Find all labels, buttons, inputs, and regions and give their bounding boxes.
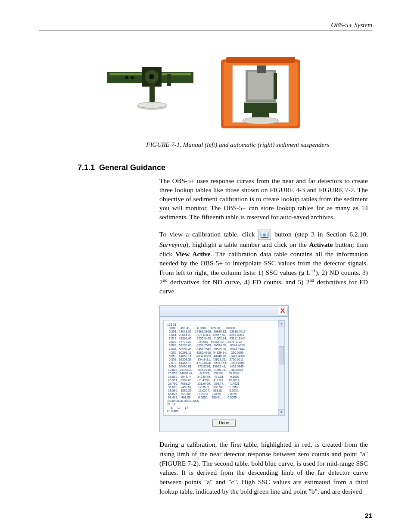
- sup-nd-a: nd: [163, 277, 168, 283]
- page-number: 21: [365, 512, 372, 519]
- svg-point-22: [243, 117, 279, 124]
- figure-caption: FIGURE 7-1. Manual (left) and automatic …: [103, 141, 372, 149]
- svg-rect-19: [257, 65, 266, 73]
- calibration-dialog: X 123 21 0.000, 451.41, 0.0000, 425.98, …: [159, 305, 289, 432]
- dialog-table-text: 123 21 0.000, 451.41, 0.0000, 425.98, 0.…: [164, 320, 284, 416]
- header-rule: [39, 31, 372, 31]
- svg-rect-9: [149, 83, 155, 105]
- dialog-scrollbar[interactable]: ▴ ▾: [278, 320, 284, 415]
- svg-rect-8: [167, 74, 171, 86]
- close-icon[interactable]: X: [278, 307, 287, 315]
- section-number: 7.1.1: [78, 163, 95, 172]
- p2-a: button (step 3 in Section 6.2.10,: [271, 230, 368, 238]
- dialog-titlebar: X: [159, 305, 289, 317]
- table-view-icon[interactable]: [258, 230, 271, 240]
- p2-activate: Activate: [309, 241, 333, 248]
- figure-right-photo: [209, 48, 312, 134]
- scroll-down-icon[interactable]: ▾: [278, 409, 284, 415]
- p2-c: ), highlight a table number and click on…: [186, 241, 309, 248]
- p2-pre: To view a calibration table, click: [159, 230, 258, 238]
- figure-images: [39, 48, 372, 134]
- section-title: General Guidance: [99, 163, 165, 172]
- figure-left-photo: [99, 48, 202, 121]
- p2-i: derivatives for ND curve, 4) FD counts, …: [168, 278, 310, 286]
- section-heading: 7.1.1 General Guidance: [78, 163, 372, 172]
- svg-point-7: [149, 74, 154, 79]
- svg-rect-20: [244, 103, 277, 113]
- sup-neg1: −1: [311, 268, 316, 273]
- paragraph-1: The OBS-5+ uses response curves from the…: [159, 177, 368, 222]
- svg-point-11: [137, 102, 167, 108]
- paragraph-3: During a calibration, the first table, h…: [159, 440, 368, 496]
- p2-viewactive: View Active: [175, 250, 210, 258]
- done-button[interactable]: Done: [212, 420, 236, 426]
- p2-surveying: Surveying: [159, 241, 186, 248]
- scroll-thumb[interactable]: [279, 346, 284, 364]
- dialog-text-area: 123 21 0.000, 451.41, 0.0000, 425.98, 0.…: [163, 320, 285, 416]
- svg-rect-18: [248, 72, 274, 100]
- svg-rect-15: [226, 57, 295, 63]
- svg-point-3: [125, 76, 128, 79]
- paragraph-2: To view a calibration table, click butto…: [159, 230, 368, 296]
- sup-nd-b: nd: [309, 277, 314, 283]
- svg-rect-23: [274, 73, 277, 99]
- scroll-up-icon[interactable]: ▴: [278, 320, 284, 327]
- running-header: OBS-5+ System: [39, 22, 372, 29]
- svg-point-4: [131, 76, 134, 79]
